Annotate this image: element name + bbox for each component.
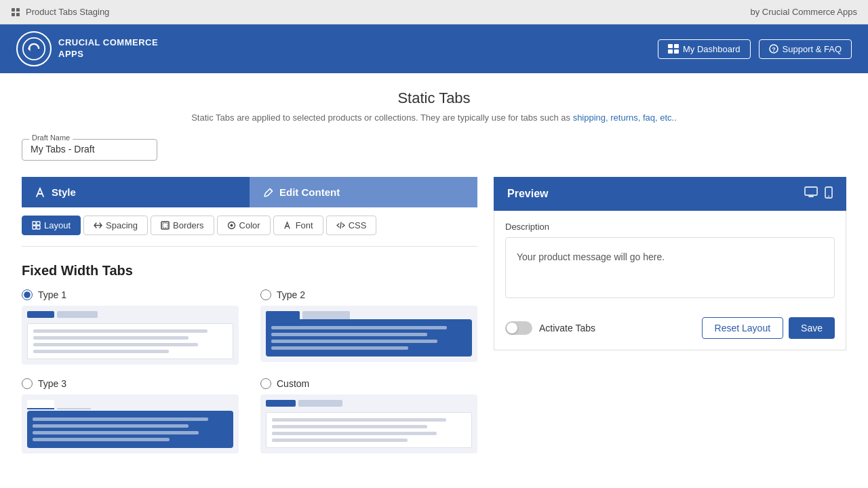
preview-description-label: Description xyxy=(505,222,835,232)
subtab-color[interactable]: Color xyxy=(217,216,271,235)
subtab-css[interactable]: CSS xyxy=(326,216,377,235)
panel-tabs: Style Edit Content xyxy=(22,177,477,207)
type2-radio-label[interactable]: Type 2 xyxy=(260,289,477,300)
grid-icon xyxy=(11,7,20,17)
draft-name-field: Draft Name xyxy=(22,139,157,161)
svg-rect-1 xyxy=(16,8,20,12)
subtab-borders[interactable]: Borders xyxy=(151,216,214,235)
svg-rect-14 xyxy=(37,226,40,229)
svg-rect-5 xyxy=(668,44,673,48)
type1-radio-label[interactable]: Type 1 xyxy=(22,289,239,300)
reset-layout-button[interactable]: Reset Layout xyxy=(702,317,784,339)
preview-title: Preview xyxy=(507,188,548,200)
style-tab[interactable]: Style xyxy=(22,177,250,207)
svg-text:?: ? xyxy=(772,46,776,53)
custom-preview xyxy=(260,394,477,453)
type2-radio[interactable] xyxy=(260,289,271,300)
support-button[interactable]: ? Support & FAQ xyxy=(759,39,852,59)
type1-preview xyxy=(22,306,239,365)
custom-radio[interactable] xyxy=(260,378,271,389)
edit-content-tab[interactable]: Edit Content xyxy=(250,177,477,207)
top-bar-right: by Crucial Commerce Apps xyxy=(751,7,858,17)
svg-rect-12 xyxy=(37,222,40,225)
top-bar-left: Product Tabs Staging xyxy=(11,7,109,17)
sub-tabs: Layout Spacing Borders xyxy=(22,207,477,247)
header: CRUCIAL COMMERCE APPS My Dashboard ? Sup… xyxy=(0,24,868,73)
top-bar-title: Product Tabs Staging xyxy=(26,7,109,17)
right-panel: Preview xyxy=(494,177,846,350)
custom-label: Custom xyxy=(277,378,309,389)
svg-rect-7 xyxy=(668,49,673,54)
subtitle-link[interactable]: shipping, returns, faq, etc.. xyxy=(573,113,677,123)
preview-body: Description Your product message will go… xyxy=(494,211,846,350)
action-buttons: Reset Layout Save xyxy=(702,317,835,339)
toggle-knob xyxy=(507,323,517,333)
svg-point-21 xyxy=(828,196,829,197)
mobile-view-icon[interactable] xyxy=(825,186,833,201)
top-bar: Product Tabs Staging by Crucial Commerce… xyxy=(0,0,868,24)
tab-type-2: Type 2 xyxy=(260,289,477,365)
svg-rect-8 xyxy=(674,49,679,54)
preview-footer: Activate Tabs Reset Layout Save xyxy=(505,312,835,339)
logo-text: CRUCIAL COMMERCE APPS xyxy=(58,37,158,60)
draft-name-label: Draft Name xyxy=(29,134,73,142)
subtab-spacing[interactable]: Spacing xyxy=(83,216,148,235)
svg-rect-2 xyxy=(12,13,15,16)
type3-label: Type 3 xyxy=(38,378,66,389)
dashboard-button[interactable]: My Dashboard xyxy=(658,39,751,59)
type1-radio[interactable] xyxy=(22,289,33,300)
svg-rect-0 xyxy=(12,8,15,12)
type2-label: Type 2 xyxy=(277,289,305,300)
type2-preview xyxy=(260,306,477,362)
custom-radio-label[interactable]: Custom xyxy=(260,378,477,389)
preview-message-box: Your product message will go here. xyxy=(505,237,835,298)
save-button[interactable]: Save xyxy=(789,317,835,339)
header-buttons: My Dashboard ? Support & FAQ xyxy=(658,39,852,59)
subtab-font[interactable]: Font xyxy=(273,216,323,235)
svg-rect-19 xyxy=(805,187,817,195)
left-panel: Style Edit Content xyxy=(22,177,477,453)
svg-point-18 xyxy=(230,224,233,227)
activate-toggle-switch[interactable] xyxy=(505,321,532,335)
desktop-view-icon[interactable] xyxy=(804,186,818,201)
preview-view-icons xyxy=(804,186,833,201)
page-subtitle: Static Tabs are applied to selected prod… xyxy=(22,113,846,123)
activate-toggle: Activate Tabs xyxy=(505,321,595,335)
type1-label: Type 1 xyxy=(38,289,66,300)
logo-area: CRUCIAL COMMERCE APPS xyxy=(16,31,158,66)
svg-rect-16 xyxy=(163,223,167,228)
svg-point-4 xyxy=(23,38,45,60)
section-title: Fixed Width Tabs xyxy=(22,263,477,279)
main-content: Static Tabs Static Tabs are applied to s… xyxy=(0,73,868,488)
type3-radio-label[interactable]: Type 3 xyxy=(22,378,239,389)
type3-preview xyxy=(22,394,239,453)
draft-name-input[interactable] xyxy=(31,144,149,155)
tab-type-3: Type 3 xyxy=(22,378,239,453)
top-bar-by: by Crucial Commerce Apps xyxy=(751,7,858,17)
preview-header: Preview xyxy=(494,177,846,211)
page-title: Static Tabs xyxy=(22,89,846,107)
subtab-layout[interactable]: Layout xyxy=(22,216,81,235)
tab-type-custom: Custom xyxy=(260,378,477,453)
svg-rect-6 xyxy=(674,44,679,48)
svg-rect-11 xyxy=(33,222,36,225)
logo-circle xyxy=(16,31,52,66)
two-column-layout: Style Edit Content xyxy=(22,177,846,453)
svg-rect-13 xyxy=(33,226,36,229)
type3-radio[interactable] xyxy=(22,378,33,389)
svg-rect-3 xyxy=(16,13,20,16)
tab-type-1: Type 1 xyxy=(22,289,239,365)
activate-label: Activate Tabs xyxy=(539,323,595,333)
tab-types-grid: Type 1 xyxy=(22,289,477,453)
